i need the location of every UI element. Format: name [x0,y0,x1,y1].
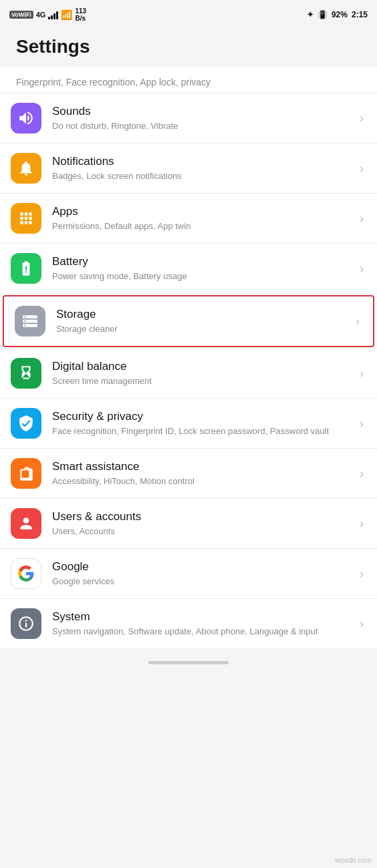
security-icon-wrapper [11,408,41,439]
settings-item-google[interactable]: Google Google services › [0,549,377,599]
wifi-icon: 📶 [61,9,72,20]
hourglass-icon [17,365,35,382]
security-subtitle: Face recognition, Fingerprint ID, Lock s… [52,425,354,437]
status-left: VoWiFi 4G 📶 113 B/s [9,7,86,22]
bluetooth-icon: ✦ [307,10,313,19]
digital-balance-subtitle: Screen time management [52,375,354,387]
settings-item-storage[interactable]: Storage Storage cleaner › [3,295,374,347]
settings-item-users-accounts[interactable]: Users & accounts Users, Accounts › [0,499,377,549]
google-text: Google Google services [52,560,354,588]
settings-item-sounds[interactable]: Sounds Do not disturb, Ringtone, Vibrate… [0,93,377,144]
vowifi-badge: VoWiFi [9,11,33,19]
home-indicator [148,661,229,664]
sounds-title: Sounds [52,104,354,119]
status-bar: VoWiFi 4G 📶 113 B/s ✦ 📳 92% 2:15 [0,0,377,29]
hand-icon [17,465,35,482]
apps-subtitle: Permissions, Default apps, App twin [52,220,354,232]
google-icon-wrapper [11,558,41,589]
users-icon-wrapper [11,508,41,539]
settings-item-battery[interactable]: Battery Power saving mode, Battery usage… [0,244,377,294]
page-title-area: Settings [0,29,377,67]
smart-assistance-icon-wrapper [11,458,41,489]
users-subtitle: Users, Accounts [52,525,354,537]
system-chevron: › [360,617,364,631]
notifications-chevron: › [360,162,364,176]
partial-item: Fingerprint, Face recognition, App lock,… [0,67,377,93]
speaker-icon [17,110,35,127]
settings-item-security-privacy[interactable]: Security & privacy Face recognition, Fin… [0,399,377,449]
google-icon [17,565,35,582]
battery-text: Battery Power saving mode, Battery usage [52,254,354,282]
battery-icon-wrapper [11,253,41,284]
google-title: Google [52,560,354,574]
battery-level: 92% [332,10,348,19]
google-subtitle: Google services [52,576,354,588]
users-chevron: › [360,517,364,531]
digital-balance-icon-wrapper [11,358,41,389]
notifications-text: Notifications Badges, Lock screen notifi… [52,154,354,182]
system-title: System [52,610,354,624]
time-display: 2:15 [352,10,368,19]
notifications-subtitle: Badges, Lock screen notifications [52,170,354,182]
signal-bars [48,10,58,19]
settings-list: Fingerprint, Face recognition, App lock,… [0,67,377,649]
notifications-title: Notifications [52,154,354,169]
users-title: Users & accounts [52,509,354,524]
status-right: ✦ 📳 92% 2:15 [307,10,368,19]
battery-title: Battery [52,254,354,269]
smart-assistance-title: Smart assistance [52,459,354,474]
system-icon-wrapper [11,608,41,639]
info-icon [17,615,35,632]
person-icon [17,515,35,532]
system-subtitle: System navigation, Software update, Abou… [52,626,354,638]
users-text: Users & accounts Users, Accounts [52,509,354,537]
smart-assistance-text: Smart assistance Accessibility, HiTouch,… [52,459,354,487]
settings-item-smart-assistance[interactable]: Smart assistance Accessibility, HiTouch,… [0,449,377,499]
shield-icon [17,415,35,432]
apps-icon-wrapper [11,203,41,234]
storage-icon [21,312,39,330]
storage-subtitle: Storage cleaner [56,323,350,335]
battery-chevron: › [360,262,364,276]
storage-chevron: › [356,314,360,329]
network-speed: 113 B/s [75,7,86,22]
sounds-chevron: › [360,112,364,126]
digital-balance-text: Digital balance Screen time management [52,359,354,387]
system-text: System System navigation, Software updat… [52,610,354,638]
network-type: 4G [36,11,46,19]
sounds-text: Sounds Do not disturb, Ringtone, Vibrate [52,104,354,132]
apps-text: Apps Permissions, Default apps, App twin [52,204,354,232]
sounds-subtitle: Do not disturb, Ringtone, Vibrate [52,120,354,132]
settings-item-digital-balance[interactable]: Digital balance Screen time management › [0,349,377,399]
security-chevron: › [360,417,364,431]
vibrate-icon: 📳 [318,10,328,19]
storage-title: Storage [56,307,350,322]
battery-icon [17,260,35,277]
notifications-icon-wrapper [11,153,41,184]
digital-balance-chevron: › [360,367,364,381]
partial-text: Fingerprint, Face recognition, App lock,… [16,77,211,87]
smart-assistance-chevron: › [360,467,364,481]
apps-chevron: › [360,212,364,226]
apps-title: Apps [52,204,354,219]
digital-balance-title: Digital balance [52,359,354,374]
page-title: Settings [16,36,361,57]
settings-item-apps[interactable]: Apps Permissions, Default apps, App twin… [0,194,377,244]
security-text: Security & privacy Face recognition, Fin… [52,409,354,437]
storage-icon-wrapper [15,306,45,337]
settings-item-system[interactable]: System System navigation, Software updat… [0,599,377,649]
storage-text: Storage Storage cleaner [56,307,350,335]
google-chevron: › [360,567,364,581]
bottom-bar [0,649,377,678]
battery-subtitle: Power saving mode, Battery usage [52,270,354,282]
smart-assistance-subtitle: Accessibility, HiTouch, Motion control [52,475,354,487]
apps-icon [17,210,35,227]
bell-icon [17,160,35,177]
settings-item-notifications[interactable]: Notifications Badges, Lock screen notifi… [0,144,377,194]
sounds-icon-wrapper [11,103,41,134]
security-title: Security & privacy [52,409,354,424]
watermark: wsxdn.com [335,856,372,864]
